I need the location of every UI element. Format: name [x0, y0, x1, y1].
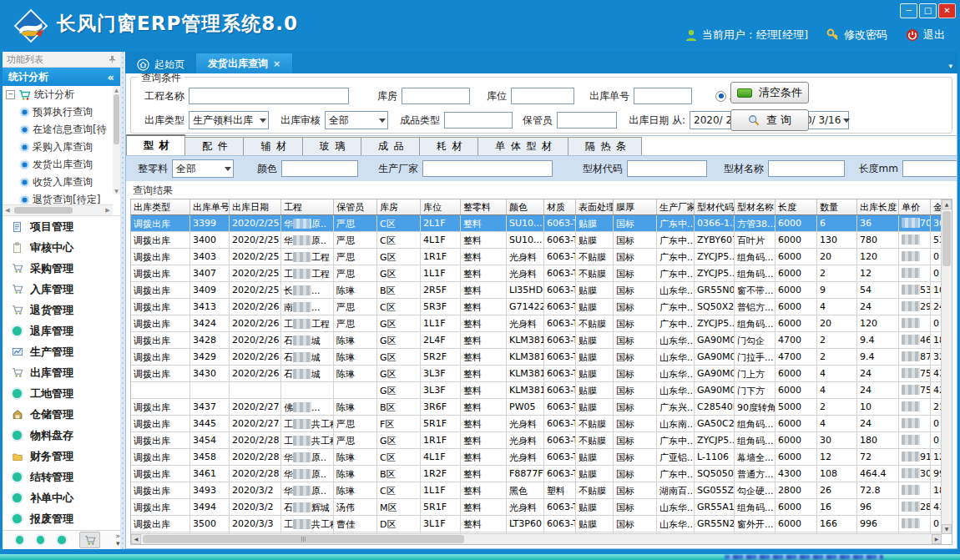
column-header[interactable]: 保管员 — [334, 199, 377, 214]
column-header[interactable]: 表面处理 — [576, 199, 614, 214]
tree-root[interactable]: − 统计分析 — [3, 86, 120, 103]
search-button[interactable]: 查 询 — [730, 109, 809, 131]
sidebar-item[interactable]: 入库管理 — [3, 279, 120, 300]
column-header[interactable]: 工程 — [281, 199, 334, 214]
sidebar-item[interactable]: 审核中心 — [3, 237, 120, 258]
table-row[interactable]: 调拨出库34612020/2/28华原..陈琳B区1R2F整料F8877FT60… — [131, 466, 942, 482]
column-header[interactable]: 出库类型 — [131, 199, 190, 214]
keeper-input[interactable] — [557, 112, 617, 129]
material-tab[interactable]: 玻璃 — [303, 137, 361, 155]
table-scrollbar-horizontal[interactable]: ◀ ▶ — [131, 533, 942, 544]
sidebar-item[interactable]: 生产管理 — [3, 341, 120, 362]
column-header[interactable]: 出库日期 — [230, 199, 281, 214]
radio-gongzhuang[interactable] — [715, 91, 726, 102]
column-header[interactable]: 库房 — [377, 199, 421, 214]
column-header[interactable]: 数量 — [817, 199, 857, 214]
table-row[interactable]: 调拨出库34242020/2/26工工程严思G区1L1F整料光身料6063-T5… — [131, 315, 942, 332]
table-row[interactable]: G区3L3F整料KLM38176063-T5贴膜国标山东华...GA90M09.… — [131, 382, 942, 399]
table-row[interactable]: 调拨出库35002020/3/3工共工程曹佳D区3L1F整料LT3P606063… — [131, 516, 942, 532]
zhengling-select[interactable]: 全部 — [172, 159, 234, 178]
close-button[interactable]: ✕ — [938, 3, 956, 18]
profile-name-input[interactable] — [768, 160, 845, 177]
tree-item[interactable]: 采购入库查询 — [3, 139, 120, 156]
table-row[interactable]: 调拨出库33992020/2/25华原..严思C区2L1F整料SU10...60… — [131, 215, 942, 232]
tree-scrollbar-vertical[interactable]: ▲ ▼ — [113, 86, 120, 194]
sidebar-item[interactable]: 出库管理 — [3, 362, 120, 383]
material-tab[interactable]: 耗材 — [420, 137, 478, 155]
column-header[interactable]: 整零料 — [461, 199, 507, 214]
sidebar-item[interactable]: 报废管理 — [3, 508, 120, 529]
collapse-icon[interactable]: « — [108, 71, 114, 83]
sidebar-item[interactable]: 结转管理 — [3, 467, 120, 487]
maximize-button[interactable]: □ — [919, 3, 937, 18]
nav-dot-icon[interactable] — [16, 536, 23, 544]
out-type-select[interactable]: 生产领料出库 — [189, 111, 269, 129]
table-row[interactable]: 调拨出库34092020/2/25长...陈琳B区2R5F整料LI35HD606… — [131, 282, 942, 299]
table-row[interactable]: 调拨出库34132020/2/26南...严思C区5R3F整料G71422606… — [131, 299, 942, 315]
tab-home[interactable]: 起始页 — [125, 55, 196, 73]
scroll-down-icon[interactable]: ▼ — [113, 187, 120, 194]
tab-list-dropdown-icon[interactable]: ▾ — [948, 62, 952, 70]
product-type-input[interactable] — [444, 112, 513, 129]
length-input[interactable] — [902, 160, 957, 177]
material-tab[interactable]: 辅材 — [244, 137, 302, 155]
table-row[interactable]: 调拨出库34282020/2/26石城陈琳G区2L4F整料KLM38176063… — [131, 332, 942, 349]
sidebar-item[interactable]: 项目管理 — [3, 216, 120, 237]
sidebar-item[interactable]: 物料盘存 — [3, 425, 120, 446]
table-row[interactable]: 调拨出库34032020/2/25工工程严思G区1R1F整料光身料6063-T5… — [131, 249, 942, 265]
location-input[interactable] — [511, 88, 574, 104]
table-row[interactable]: 调拨出库34372020/2/27佛...陈琳B区3R6F整料PW056063-… — [131, 399, 942, 416]
material-tab[interactable]: 配件 — [185, 137, 244, 155]
color-input[interactable] — [281, 160, 358, 177]
scroll-up-icon[interactable]: ▲ — [942, 199, 952, 209]
sidebar-item[interactable]: 退货管理 — [3, 300, 120, 320]
material-tab[interactable]: 成品 — [361, 137, 420, 155]
scroll-left-icon[interactable]: ◀ — [131, 534, 141, 544]
column-header[interactable]: 长度 — [776, 199, 817, 214]
table-row[interactable]: 调拨出库34542020/2/28工共工程严思G区1R1F整料光身料6063-T… — [131, 432, 942, 449]
table-scrollbar-vertical[interactable]: ▲ ▼ — [941, 199, 952, 534]
profile-code-input[interactable] — [627, 160, 707, 177]
nav-dot-icon[interactable] — [58, 536, 65, 544]
sidebar-item[interactable]: 补单中心 — [3, 487, 120, 508]
order-no-input[interactable] — [634, 88, 692, 104]
table-row[interactable]: 调拨出库34452020/2/27工共工程严思F区5R1F整料光身料6063-T… — [131, 416, 942, 432]
tab-shipment-outbound-query[interactable]: 发货出库查询 × — [196, 53, 292, 73]
audit-select[interactable]: 全部 — [325, 111, 388, 129]
scroll-thumb[interactable] — [114, 94, 119, 144]
column-header[interactable]: 库位 — [421, 199, 461, 214]
sidebar-item[interactable]: 退库管理 — [3, 320, 120, 341]
pin-icon[interactable] — [109, 55, 116, 63]
material-tab[interactable]: 单体型材 — [478, 137, 568, 155]
material-tab[interactable]: 型材 — [126, 134, 185, 155]
column-header[interactable]: 出库单号 — [190, 199, 230, 214]
table-row[interactable]: 调拨出库34302020/2/26石城陈琳G区3L3F整料KLM38176063… — [131, 366, 942, 382]
table-row[interactable]: 调拨出库34582020/2/28华原..陈琳C区4L1F整料光身料6063-T… — [131, 449, 942, 466]
sidebar-item[interactable]: 工地管理 — [3, 383, 120, 404]
table-row[interactable]: 调拨出库34072020/2/25工工程严思G区1L1F整料光身料6063-T5… — [131, 265, 942, 282]
warehouse-input[interactable] — [402, 88, 470, 104]
project-name-input[interactable] — [189, 88, 349, 104]
column-header[interactable]: 单价 — [899, 199, 931, 214]
tree-item[interactable]: 收货入库查询 — [3, 174, 120, 191]
scroll-left-icon[interactable]: ◀ — [3, 205, 13, 215]
column-header[interactable]: 出库长度 — [857, 199, 899, 214]
scroll-right-icon[interactable]: ▶ — [932, 534, 942, 544]
change-password[interactable]: 修改密码 — [826, 28, 887, 43]
minimize-button[interactable]: ─ — [900, 3, 917, 18]
logout[interactable]: 退出 — [906, 28, 945, 43]
tree-scrollbar-horizontal[interactable]: ◀ ▶ — [3, 204, 113, 215]
scroll-thumb[interactable] — [143, 535, 464, 543]
column-header[interactable]: 材质 — [544, 199, 576, 214]
table-row[interactable]: 调拨出库34932020/3/2华原..陈琳C区1L1F整料黑色塑料不贴膜国标湖… — [131, 482, 942, 499]
table-row[interactable]: 调拨出库34942020/3/2石辉城汤伟M区5R1F整料光身料6063-T5贴… — [131, 499, 942, 516]
clear-conditions-button[interactable]: 清空条件 — [730, 82, 809, 103]
column-header[interactable]: 型材代码 — [695, 199, 735, 214]
maker-input[interactable] — [422, 160, 553, 177]
column-header[interactable]: 生产厂家 — [657, 199, 695, 214]
sidebar-item[interactable]: 采购管理 — [3, 258, 120, 279]
close-tab-icon[interactable]: × — [273, 58, 280, 69]
expander-icon[interactable]: − — [6, 90, 15, 99]
sidebar-item[interactable]: 仓储管理 — [3, 404, 120, 425]
table-row[interactable]: 调拨出库34002020/2/25华原..严思C区4L1F整料SU10...60… — [131, 232, 942, 249]
